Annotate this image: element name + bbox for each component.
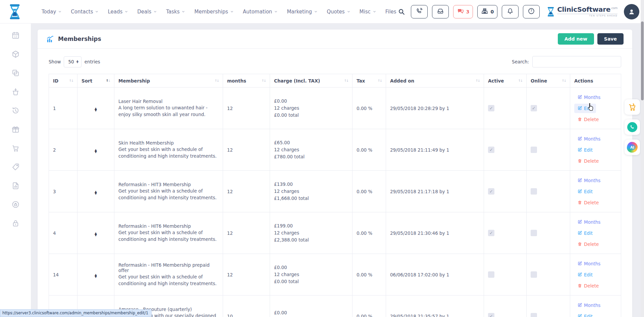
sidebar-item-report[interactable] — [11, 182, 20, 191]
nav-item-misc[interactable]: Misc — [360, 9, 376, 15]
sidebar-item-cube[interactable] — [11, 50, 20, 59]
nav-item-quotes[interactable]: Quotes — [327, 9, 350, 15]
search-input[interactable] — [532, 56, 621, 67]
drag-sort-handle[interactable]: ▲▼ — [95, 149, 97, 153]
brand-logo[interactable]: ClinicSoftware.com TEN STEPS AHEAD — [547, 6, 618, 17]
register-button[interactable]: 0 — [477, 5, 497, 18]
phone-icon — [416, 7, 423, 16]
delete-link[interactable]: Delete — [574, 115, 602, 124]
cell-charge: £0.00 12 charges — [270, 296, 353, 317]
drag-sort-handle[interactable]: ▲▼ — [95, 274, 97, 278]
active-checkbox[interactable] — [488, 313, 494, 317]
cell-charge: £199.00 12 charges £2,388.00 total — [270, 212, 353, 254]
scrollbar-thumb[interactable] — [641, 21, 644, 100]
months-link[interactable]: Months — [574, 134, 604, 144]
cell-actions: Months Edit Delete — [570, 212, 621, 254]
delete-link[interactable]: Delete — [574, 281, 602, 290]
sidebar-item-member[interactable] — [11, 201, 20, 209]
months-link[interactable]: Months — [574, 93, 604, 102]
cell-membership: Reformaskin - HIT6 Membership Get your b… — [114, 212, 223, 254]
save-button[interactable]: Save — [597, 33, 624, 45]
phone-button[interactable] — [411, 5, 428, 18]
sidebar-item-calendar[interactable]: 12 — [11, 32, 20, 40]
nav-item-tasks[interactable]: Tasks — [166, 9, 185, 15]
column-header-id[interactable]: ID↑↓ — [49, 74, 77, 88]
edit-link[interactable]: Edit — [574, 228, 596, 238]
sidebar-item-tag[interactable] — [11, 163, 20, 172]
drag-sort-handle[interactable]: ▲▼ — [95, 191, 97, 195]
cube-icon — [11, 50, 20, 60]
page-size-select[interactable]: 50 ▲▼ — [64, 56, 81, 67]
active-checkbox[interactable] — [488, 230, 494, 236]
tag-icon — [11, 163, 20, 172]
nav-item-today[interactable]: Today — [42, 9, 62, 15]
online-checkbox[interactable] — [531, 188, 537, 195]
cell-membership: Reformaskin - HIT3 Membership Get your b… — [114, 171, 223, 212]
months-link[interactable]: Months — [574, 259, 604, 268]
nav-item-automation[interactable]: Automation — [243, 9, 278, 15]
bell-button[interactable] — [502, 5, 519, 18]
floating-ai-button[interactable]: AI — [625, 140, 640, 155]
online-checkbox[interactable] — [531, 147, 537, 153]
column-header-charge-incl-tax-[interactable]: Charge (Incl. TAX)↑↓ — [270, 74, 353, 88]
sidebar-item-lock[interactable] — [11, 219, 20, 228]
edit-square-icon — [578, 148, 582, 152]
column-header-online[interactable]: Online↑↓ — [527, 74, 570, 88]
inbox-button[interactable] — [432, 5, 449, 18]
edit-link[interactable]: Edit — [574, 270, 596, 279]
drag-sort-handle[interactable]: ▲▼ — [95, 108, 97, 111]
add-new-button[interactable]: Add new — [558, 33, 594, 45]
months-link[interactable]: Months — [574, 301, 604, 310]
cell-id: 2 — [49, 129, 77, 171]
nav-item-marketing[interactable]: Marketing — [287, 9, 318, 15]
delete-link[interactable]: Delete — [574, 198, 602, 207]
active-checkbox[interactable] — [488, 147, 494, 153]
column-header-sort[interactable]: Sort↑↓ — [77, 74, 114, 88]
column-header-months[interactable]: months↑↓ — [223, 74, 270, 88]
active-checkbox[interactable] — [488, 105, 494, 111]
months-link[interactable]: Months — [574, 176, 604, 185]
nav-item-deals[interactable]: Deals — [137, 9, 157, 15]
nav-item-contacts[interactable]: Contacts — [71, 9, 99, 15]
delete-link[interactable]: Delete — [574, 240, 602, 249]
online-checkbox[interactable] — [531, 105, 537, 111]
active-checkbox[interactable] — [488, 188, 494, 195]
app-logo-icon[interactable] — [7, 3, 22, 20]
sidebar-item-bag[interactable] — [11, 88, 20, 97]
online-checkbox[interactable] — [531, 271, 537, 278]
column-header-added-on[interactable]: Added on↑↓ — [386, 74, 484, 88]
floating-cart-button[interactable] — [625, 99, 640, 115]
search-icon[interactable] — [396, 7, 407, 17]
nav-item-leads[interactable]: Leads — [108, 9, 128, 15]
edit-link[interactable]: Edit — [574, 145, 596, 155]
months-link[interactable]: Months — [574, 217, 604, 227]
sidebar-item-history[interactable] — [11, 107, 20, 115]
brand-hourglass-icon — [547, 6, 555, 17]
status-url-tooltip: https://server3.clinicsoftware.com/admin… — [0, 309, 152, 317]
active-checkbox[interactable] — [488, 271, 494, 278]
column-header-membership[interactable]: Membership↑↓ — [114, 74, 223, 88]
sidebar-item-copy[interactable] — [11, 69, 20, 78]
floating-phone-button[interactable] — [625, 119, 640, 135]
delete-link[interactable]: Delete — [574, 156, 602, 166]
help-button[interactable]: ? — [523, 5, 540, 18]
nav-item-memberships[interactable]: Memberships — [194, 9, 234, 15]
column-header-actions[interactable]: Actions — [570, 74, 621, 88]
sidebar-item-cart[interactable] — [11, 144, 20, 153]
nav-item-files[interactable]: Files — [385, 9, 396, 15]
svg-text:?: ? — [530, 9, 532, 13]
column-header-tax[interactable]: Tax↑↓ — [353, 74, 386, 88]
online-checkbox[interactable] — [531, 313, 537, 317]
online-checkbox[interactable] — [531, 230, 537, 236]
sidebar-item-gift[interactable] — [11, 125, 20, 134]
edit-link[interactable]: Edit — [574, 187, 596, 196]
trash-icon — [578, 117, 582, 121]
drag-sort-handle[interactable]: ▲▼ — [95, 232, 97, 236]
cell-sort: ▲▼ — [77, 212, 114, 254]
column-header-active[interactable]: Active↑↓ — [484, 74, 527, 88]
cell-online — [527, 88, 570, 129]
chat-button[interactable]: 3 — [453, 5, 473, 18]
edit-link[interactable]: Edit — [574, 312, 596, 317]
user-avatar[interactable] — [624, 4, 639, 19]
edit-link[interactable]: Edit — [574, 104, 596, 113]
